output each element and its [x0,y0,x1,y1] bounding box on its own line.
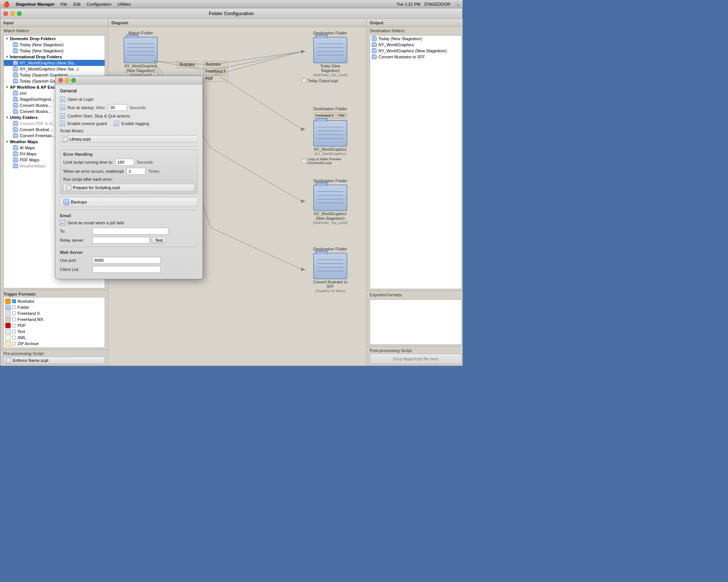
zip-checkbox[interactable] [12,342,16,346]
dest-node-2[interactable]: NY_WorldGraphics (NY_WorldGraphics) [302,120,359,156]
dest-folders-label: Destination folders: [367,27,463,34]
folder-checkbox[interactable] [12,305,16,309]
backups-button[interactable]: Backups [60,197,198,207]
dest-folder-label-1: Destination Folder [302,31,359,35]
svg-line-7 [211,148,302,201]
tree-item-ny-worldgraphics-selected[interactable]: NY_WorldGraphics (New Sta... [4,60,105,66]
reattempt-row: When an error occurs, reattempt: Times [63,168,195,175]
tree-item[interactable]: Today (New Stagedoor) [4,42,105,48]
freehand9-icon [5,311,11,316]
preprocessing-script-button[interactable]: Enforce Name.scpt [3,357,105,364]
collapse-arrow: ▼ [5,55,9,59]
relay-label: Relay server: [60,238,90,242]
folder-icon [13,79,18,83]
dest-folder-box-2 [313,120,347,147]
tree-group-international-header[interactable]: ▼ International Drop Folders [4,54,105,60]
spotlight-icon[interactable]: 🔍 [454,2,460,6]
dest-folder-list[interactable]: Today (New Stagedoor) NY_WorldGraphics N… [370,35,462,289]
limit-time-input[interactable] [115,159,134,166]
postprocessing-drop-box[interactable]: (Drop AppleScript file here) [370,354,462,364]
menu-edit[interactable]: Edit [73,2,80,6]
run-script-row: Run script after each error: [63,177,195,181]
client-list-input[interactable] [93,266,161,273]
minimize-button[interactable] [10,11,15,16]
port-input[interactable] [93,257,161,264]
modal-minimize-button[interactable] [65,78,69,83]
reattempt-input[interactable] [127,168,146,175]
freehand9-checkbox[interactable] [12,311,16,315]
text-checkbox[interactable] [12,330,16,333]
dest-list-item[interactable]: NY_WorldGraphics (New Stagedoor) [370,48,461,54]
clock: Tue 1:21 PM [397,2,420,6]
dest-node-4[interactable]: Convert Illustrator to SFF (Graphics To … [302,253,359,293]
maximize-button[interactable] [17,11,22,16]
menu-utilities[interactable]: Utilities [118,2,131,6]
illustrator-checkbox[interactable] [12,299,16,303]
trigger-label: Text [17,329,25,334]
app-name[interactable]: Stagedoor Manager [16,2,55,6]
library-script-icon [63,136,68,142]
watch-folders-label: Watch folders: [0,27,108,34]
modal-maximize-button[interactable] [71,78,76,83]
modal-controls [58,78,76,83]
exported-formats-box [370,299,462,345]
dest-section-4: Destination Folder Convert Illust [302,247,359,294]
trigger-item-freehandmx: FreeHand MX [5,316,104,322]
folder-icon [13,128,18,132]
send-email-row: ✓ Send an email when a job fails [60,220,198,225]
svg-line-9 [211,228,302,269]
tree-item[interactable]: NY_WorldGraphics (New Sta...) [4,66,105,72]
modal-close-button[interactable] [58,78,63,83]
menu-configuration[interactable]: Configuration [86,2,111,6]
dest-list-item[interactable]: Today (New Stagedoor) [370,36,461,42]
run-at-startup-checkbox[interactable]: ✓ [60,105,65,110]
relay-input[interactable] [93,237,149,244]
confirm-actions-checkbox[interactable]: ✓ [60,113,65,119]
logging-label: Enable logging [121,121,149,126]
send-email-checkbox[interactable]: ✓ [60,220,65,225]
item-label: Convert PDF to II... [20,121,55,126]
startup-delay-input[interactable] [108,104,127,111]
dest-sublabel-2: (NY_WorldGraphics) [315,152,346,156]
sneeze-guard-checkbox[interactable]: ✓ [60,121,65,126]
folder-icon [13,97,18,102]
script-library-value-row: Library.scpt [60,135,198,143]
window-controls [3,11,22,16]
tag-pdf: PDF [336,113,347,119]
seconds-label: Seconds [129,105,146,110]
collapse-arrow: ▼ [5,85,9,89]
dest-list-item[interactable]: Convert Illustrator to SFF [370,54,461,60]
trigger-label: FreeHand MX [17,317,43,322]
dest-folder-box-3 [313,185,347,211]
preprocessing-label: Pre-processing Script: [3,351,105,356]
item-label: Today (New Stagedoor) [20,42,64,47]
folder-icon [13,49,18,53]
test-button[interactable]: Test [152,237,166,244]
tree-group-domestic-header[interactable]: ▼ Domestic Drop Folders [4,36,105,42]
title-bar: Folder Configuration [0,8,462,19]
dest-list-item[interactable]: NY_WorldGraphics [370,42,461,48]
dest-node-1[interactable]: Today (New Stagedoor) (NetFinder_Top_Lev… [302,37,359,77]
xml-checkbox[interactable] [12,336,16,340]
pdf-checkbox[interactable] [12,324,16,327]
freehandmx-checkbox[interactable] [12,318,16,321]
menu-file[interactable]: File [61,2,67,6]
dest-name-1: Today (New Stagedoor) [311,64,349,73]
trigger-item-folder: Folder [5,304,104,310]
apple-menu[interactable]: 🍎 [3,1,9,7]
dest-node-3[interactable]: NY_WorldGraphics (New Stagedoor) (NetFin… [302,185,359,225]
error-handling-section: Error Handling Limit script running time… [60,149,198,194]
dest-folder-label-4: Destination Folder [302,247,359,251]
to-input[interactable] [93,228,168,235]
folder-icon [13,67,18,71]
run-script-label: Run script after each error: [63,177,113,181]
open-at-login-checkbox[interactable]: ✓ [60,97,65,102]
logging-checkbox[interactable]: ✓ [114,121,119,126]
item-label: PDF Maps [20,158,39,162]
domestic-label: Domestic Drop Folders [10,36,56,41]
watch-folder-node[interactable]: NY_WorldGraphics (New Stagedoor) (Graphi… [120,37,162,77]
tree-item[interactable]: Today (New Stagedoor) [4,48,105,54]
dest-folder-box-4 [313,253,347,279]
close-button[interactable] [3,11,8,16]
item-label: NY_WorldGraphics (New Sta... [20,61,77,65]
